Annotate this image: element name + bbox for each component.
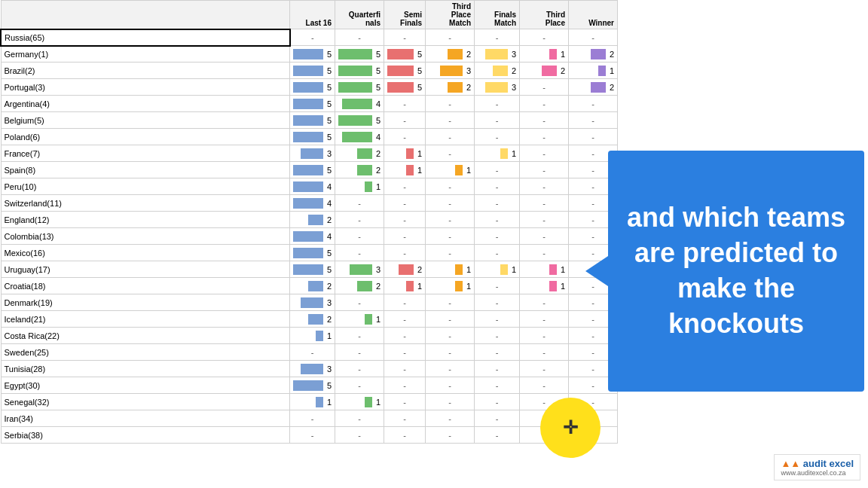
cell-qf: - xyxy=(335,377,384,394)
table-row[interactable]: Uruguay(17)532111- xyxy=(1,261,618,278)
cell-tpm: - xyxy=(426,427,475,444)
table-row[interactable]: Serbia(38)------- xyxy=(1,427,618,444)
col-header-last16: Last 16 xyxy=(290,1,335,29)
cell-last16: - xyxy=(290,344,335,361)
cell-sf: - xyxy=(384,129,426,145)
cell-last16: - xyxy=(290,410,335,427)
team-cell: Egypt(30) xyxy=(1,377,290,394)
cell-tpm: - xyxy=(426,377,475,394)
cell-sf: - xyxy=(384,361,426,377)
table-row[interactable]: Belgium(5)55----- xyxy=(1,112,618,129)
cell-qf: - xyxy=(335,212,384,228)
team-cell: Serbia(38) xyxy=(1,427,290,444)
cell-tp: - xyxy=(520,344,569,361)
table-row[interactable]: Iran(34)------- xyxy=(1,410,618,427)
cell-fm: - xyxy=(475,311,520,328)
team-cell: England(12) xyxy=(1,212,290,228)
cell-tp: - xyxy=(520,212,569,228)
cell-fm: - xyxy=(475,328,520,344)
team-cell: Sweden(25) xyxy=(1,344,290,361)
table-row[interactable]: Switzerland(11)4------ xyxy=(1,195,618,212)
table-row[interactable]: Tunisia(28)3------ xyxy=(1,361,618,377)
team-cell: Switzerland(11) xyxy=(1,195,290,212)
cell-sf: - xyxy=(384,178,426,195)
cell-qf: 2 xyxy=(335,278,384,294)
cell-last16: 5 xyxy=(290,46,335,63)
table-row[interactable]: Spain(8)5211--- xyxy=(1,162,618,178)
cell-tpm: - xyxy=(426,145,475,162)
table-row[interactable]: Argentina(4)54----- xyxy=(1,96,618,112)
team-cell: Germany(1) xyxy=(1,46,290,63)
table-row[interactable]: Sweden(25)------- xyxy=(1,344,618,361)
cell-tpm: - xyxy=(426,361,475,377)
cell-last16: 5 xyxy=(290,129,335,145)
cell-fm: 1 xyxy=(475,261,520,278)
table-row[interactable]: Colombia(13)4------ xyxy=(1,228,618,245)
cell-qf: 2 xyxy=(335,162,384,178)
cell-qf: 3 xyxy=(335,261,384,278)
cell-sf: - xyxy=(384,96,426,112)
table-row[interactable]: Croatia(18)2211-1- xyxy=(1,278,618,294)
table-row[interactable]: Denmark(19)3------ xyxy=(1,294,618,311)
cell-last16: 5 xyxy=(290,79,335,96)
cell-tp: - xyxy=(520,328,569,344)
cell-last16: 3 xyxy=(290,361,335,377)
table-row[interactable]: Senegal(32)11----- xyxy=(1,394,618,410)
table-row[interactable]: Iceland(21)21----- xyxy=(1,311,618,328)
cell-last16: 3 xyxy=(290,145,335,162)
table-row[interactable]: Germany(1)5552312 xyxy=(1,46,618,63)
table-row[interactable]: France(7)321-1-- xyxy=(1,145,618,162)
cell-tpm: - xyxy=(426,228,475,245)
cell-qf: 1 xyxy=(335,178,384,195)
cell-tp: - xyxy=(520,178,569,195)
table-row[interactable]: Poland(6)54----- xyxy=(1,129,618,145)
cell-tpm: 2 xyxy=(426,46,475,63)
cell-tp: 2 xyxy=(520,63,569,79)
table-row[interactable]: Mexico(16)5------ xyxy=(1,245,618,261)
cell-last16: - xyxy=(290,29,335,46)
cell-fm: - xyxy=(475,361,520,377)
logo-box: ▲▲ audit excel www.auditexcel.co.za xyxy=(774,454,860,480)
cell-tp: - xyxy=(520,162,569,178)
cell-last16: 1 xyxy=(290,394,335,410)
col-header-tp: ThirdPlace xyxy=(520,1,569,29)
cell-sf: - xyxy=(384,228,426,245)
cell-last16: 5 xyxy=(290,377,335,394)
cell-fm: 1 xyxy=(475,145,520,162)
cell-qf: - xyxy=(335,195,384,212)
cell-last16: 3 xyxy=(290,294,335,311)
data-table: Last 16 Quarterfinals SemiFinals ThirdPl… xyxy=(0,0,618,444)
table-row[interactable]: Brazil(2)5553221 xyxy=(1,63,618,79)
team-cell: Colombia(13) xyxy=(1,228,290,245)
team-cell: Brazil(2) xyxy=(1,63,290,79)
cell-qf: 4 xyxy=(335,96,384,112)
table-row[interactable]: Costa Rica(22)1------ xyxy=(1,328,618,344)
cell-qf: - xyxy=(335,344,384,361)
cell-fm: - xyxy=(475,96,520,112)
cell-sf: 1 xyxy=(384,145,426,162)
cell-tpm: - xyxy=(426,129,475,145)
cell-sf: 5 xyxy=(384,79,426,96)
cell-tp: - xyxy=(520,79,569,96)
table-row[interactable]: Egypt(30)5------ xyxy=(1,377,618,394)
logo-url: www.auditexcel.co.za xyxy=(781,469,854,477)
cell-tp: - xyxy=(520,29,569,46)
cell-tp: - xyxy=(520,195,569,212)
team-cell: Peru(10) xyxy=(1,178,290,195)
cell-fm: - xyxy=(475,178,520,195)
cell-last16: 5 xyxy=(290,162,335,178)
table-row[interactable]: Portugal(3)55523-2 xyxy=(1,79,618,96)
cell-tpm: - xyxy=(426,178,475,195)
cell-sf: 5 xyxy=(384,46,426,63)
cell-tp: - xyxy=(520,228,569,245)
callout-text: and which teams are predicted to make th… xyxy=(623,200,849,341)
table-row[interactable]: England(12)2------ xyxy=(1,212,618,228)
cell-fm: - xyxy=(475,394,520,410)
cell-last16: 4 xyxy=(290,195,335,212)
table-row[interactable]: Peru(10)41----- xyxy=(1,178,618,195)
cell-qf: 5 xyxy=(335,63,384,79)
cell-winner: - xyxy=(569,112,618,129)
cell-fm: - xyxy=(475,195,520,212)
table-row[interactable]: Russia(65)------- xyxy=(1,29,618,46)
cell-fm: - xyxy=(475,427,520,444)
